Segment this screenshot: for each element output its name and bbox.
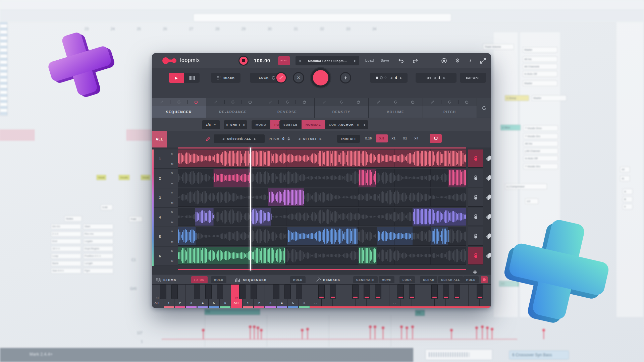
tab-dice-icon[interactable]: [160, 99, 164, 105]
save-button[interactable]: Save: [381, 59, 389, 62]
eraser-icon[interactable]: [486, 175, 491, 181]
remix-lock-button[interactable]: LOCK: [399, 276, 415, 283]
tab-refresh-icon[interactable]: [285, 99, 289, 105]
black-key[interactable]: [454, 285, 460, 299]
black-key[interactable]: [171, 285, 178, 299]
mute-button[interactable]: M: [171, 260, 173, 263]
undo-icon[interactable]: [398, 58, 404, 64]
playhead[interactable]: [250, 147, 251, 270]
selected-next-icon[interactable]: ▶: [254, 137, 256, 140]
pitch-spinner-icon[interactable]: [287, 137, 290, 140]
export-button[interactable]: EXPORT: [460, 73, 486, 83]
info-icon[interactable]: i: [467, 58, 473, 64]
mute-button[interactable]: M: [171, 240, 173, 243]
global-cycle-button[interactable]: [477, 98, 491, 118]
remix-hold-button[interactable]: HOLD: [463, 276, 479, 283]
tab-power-icon[interactable]: [194, 99, 198, 105]
tab-dice-icon[interactable]: [377, 99, 380, 105]
infinity-icon[interactable]: ∞: [427, 75, 431, 80]
black-key[interactable]: [431, 285, 438, 299]
tab-refresh-icon[interactable]: [448, 99, 451, 105]
mute-button[interactable]: M: [171, 221, 173, 224]
black-key[interactable]: [205, 285, 212, 299]
solo-button[interactable]: S: [171, 249, 173, 252]
anchor-right-icon[interactable]: ▶: [364, 123, 366, 126]
tab-power-icon[interactable]: [303, 99, 306, 105]
all-tracks-button[interactable]: ALL: [152, 131, 167, 147]
tab-power-icon[interactable]: [248, 99, 252, 105]
eraser-icon[interactable]: [486, 194, 491, 200]
solo-button[interactable]: S: [171, 210, 173, 214]
black-key[interactable]: [194, 285, 200, 299]
record-button[interactable]: [311, 68, 330, 87]
mixer-button[interactable]: MIXER: [211, 73, 240, 83]
track-lock-button[interactable]: [468, 149, 483, 168]
waveform-lane[interactable]: [178, 149, 466, 168]
flux-button[interactable]: [340, 72, 351, 83]
preset-selector[interactable]: ◀ Modular Beat 100bpm... ▶: [296, 56, 359, 65]
resize-icon[interactable]: [480, 58, 486, 64]
redo-icon[interactable]: [412, 58, 418, 64]
rate-dropdown[interactable]: 1/8 ▼: [202, 120, 220, 129]
preset-prev-icon[interactable]: ◀: [299, 59, 301, 62]
preset-next-icon[interactable]: ▶: [354, 59, 356, 62]
randomize-button[interactable]: [275, 72, 287, 83]
waveform-lane[interactable]: [178, 188, 466, 207]
tab-dice-icon[interactable]: [431, 99, 434, 105]
tab-dice-icon[interactable]: [322, 99, 326, 105]
shift-left-icon[interactable]: ◀: [225, 123, 227, 126]
eraser-icon[interactable]: [486, 233, 491, 239]
offset-stepper[interactable]: ◀ OFFSET ▶: [298, 134, 322, 143]
mute-button[interactable]: M: [171, 201, 173, 204]
black-key[interactable]: [375, 285, 381, 299]
waveform-lane[interactable]: [178, 169, 466, 187]
eraser-icon[interactable]: [486, 252, 491, 259]
tab-pitch[interactable]: PITCH: [423, 98, 477, 118]
anchor-control[interactable]: ANCHOR ◀ ▶: [336, 120, 368, 129]
pitch-control[interactable]: PITCH 0: [269, 134, 290, 143]
settings-gear-icon[interactable]: ⚙: [454, 58, 461, 64]
offset-left-icon[interactable]: ◀: [298, 137, 300, 140]
tab-re-arrange[interactable]: RE-ARRANGE: [206, 98, 261, 118]
shift-right-icon[interactable]: ▶: [244, 123, 246, 126]
black-key[interactable]: [284, 285, 291, 299]
black-key[interactable]: [409, 285, 415, 299]
load-button[interactable]: Load: [365, 59, 374, 62]
solo-button[interactable]: S: [171, 152, 173, 155]
black-key[interactable]: [251, 285, 257, 299]
black-key[interactable]: [296, 285, 302, 299]
waveform-lane[interactable]: [178, 208, 466, 226]
offset-right-icon[interactable]: ▶: [320, 137, 322, 140]
tab-dice-icon[interactable]: [214, 99, 218, 105]
stop-button[interactable]: [238, 56, 249, 66]
tab-sequencer[interactable]: SEQUENCER: [152, 98, 206, 118]
tab-refresh-icon[interactable]: [231, 99, 235, 105]
mute-button[interactable]: M: [171, 182, 173, 185]
speed-option-x2[interactable]: X2: [399, 134, 411, 142]
shuffle-button[interactable]: ✕: [293, 72, 304, 83]
count-next-icon[interactable]: ▶: [400, 76, 402, 79]
clear-all-button[interactable]: CLEAR ALL: [438, 276, 463, 283]
black-key[interactable]: [160, 285, 166, 299]
tab-power-icon[interactable]: [357, 99, 360, 105]
tab-power-icon[interactable]: [465, 99, 469, 105]
loop-count-stepper[interactable]: ∞ ◀ 1 ▶: [416, 73, 457, 83]
sequencer-hold-button[interactable]: HOLD: [290, 276, 306, 283]
waveform-lane[interactable]: [178, 227, 466, 246]
stems-hold-button[interactable]: HOLD: [211, 276, 226, 283]
tab-dice-icon[interactable]: [268, 99, 272, 105]
solo-button[interactable]: S: [171, 191, 173, 194]
subtle-option[interactable]: SUBTLE: [279, 120, 302, 129]
move-button[interactable]: MOVE: [379, 276, 394, 283]
normal-option[interactable]: NORMAL: [302, 120, 325, 129]
waveform-lane[interactable]: [178, 247, 466, 265]
black-key[interactable]: [364, 285, 370, 299]
tab-refresh-icon[interactable]: [177, 99, 181, 105]
black-key[interactable]: [318, 285, 325, 299]
selected-loop-stepper[interactable]: ◀ Selected: ALL ▶: [214, 134, 265, 143]
speed-option-x.25[interactable]: X.25: [361, 134, 376, 142]
black-key[interactable]: [352, 285, 359, 299]
clear-button[interactable]: CLEAR: [420, 276, 437, 283]
solo-button[interactable]: S: [171, 172, 173, 175]
solo-button[interactable]: S: [171, 230, 173, 233]
